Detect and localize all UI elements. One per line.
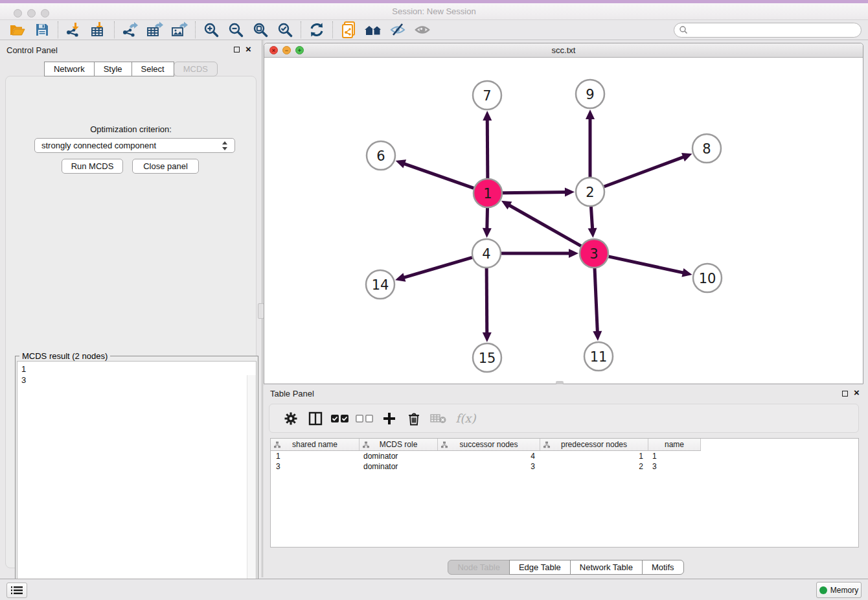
graph-node-label: 10 xyxy=(699,271,716,286)
table-cell[interactable]: dominator xyxy=(360,462,438,471)
edge-4-15[interactable] xyxy=(486,268,487,334)
zoom-fit-icon[interactable] xyxy=(248,20,273,40)
show-graphics-details-icon[interactable] xyxy=(410,20,435,40)
unselect-all-columns-icon[interactable] xyxy=(352,409,377,428)
table-row[interactable]: 3dominator323 xyxy=(271,461,858,472)
search-input[interactable] xyxy=(688,25,852,35)
node-table[interactable]: shared nameMCDS rolesuccessor nodesprede… xyxy=(270,438,859,548)
export-table-icon[interactable] xyxy=(143,20,167,40)
graph-node-label: 15 xyxy=(479,351,496,366)
edge-arrowhead xyxy=(569,249,578,258)
tab-edge-table[interactable]: Edge Table xyxy=(509,560,571,575)
network-window-titlebar: × − + scc.txt xyxy=(264,43,863,58)
hide-unhide-icon[interactable] xyxy=(385,20,410,40)
edge-1-7[interactable] xyxy=(487,119,488,178)
delete-columns-icon[interactable] xyxy=(402,409,426,428)
edge-arrowhead xyxy=(396,159,406,168)
tab-style[interactable]: Style xyxy=(94,62,132,76)
task-history-button[interactable] xyxy=(6,583,27,598)
table-cell[interactable]: 3 xyxy=(271,462,360,471)
tab-network-table[interactable]: Network Table xyxy=(570,560,643,575)
table-panel: Table Panel × f(x) xyxy=(264,386,868,577)
tab-network[interactable]: Network xyxy=(44,62,95,76)
clone-network-icon[interactable] xyxy=(336,20,361,40)
table-cell[interactable]: 3 xyxy=(648,462,701,471)
tab-mcds[interactable]: MCDS xyxy=(174,62,218,76)
edge-3-11[interactable] xyxy=(595,268,597,332)
tab-motifs[interactable]: Motifs xyxy=(642,560,684,575)
edge-3-10[interactable] xyxy=(608,257,683,273)
create-column-icon[interactable] xyxy=(377,409,402,428)
tab-select[interactable]: Select xyxy=(131,62,174,76)
table-cell[interactable]: 3 xyxy=(438,462,540,471)
edge-4-14[interactable] xyxy=(404,257,472,277)
zoom-in-icon[interactable] xyxy=(199,20,223,40)
table-cell[interactable]: 1 xyxy=(648,452,701,461)
column-header-shared-name[interactable]: shared name xyxy=(271,439,360,450)
horizontal-splitter-grip[interactable] xyxy=(556,381,564,384)
edge-3-1[interactable] xyxy=(508,205,581,246)
delete-table-icon[interactable] xyxy=(426,409,451,428)
zoom-out-icon[interactable] xyxy=(223,20,248,40)
network-graph[interactable]: 1234678910111415 xyxy=(265,58,862,384)
edge-1-6[interactable] xyxy=(404,163,474,188)
open-session-icon[interactable] xyxy=(5,20,30,40)
graph-node-label: 6 xyxy=(376,148,385,164)
edge-1-4[interactable] xyxy=(487,208,488,229)
tab-node-table[interactable]: Node Table xyxy=(448,560,510,575)
table-header-row: shared nameMCDS rolesuccessor nodesprede… xyxy=(271,439,701,451)
float-panel-icon[interactable] xyxy=(234,47,240,52)
close-table-panel-icon[interactable]: × xyxy=(854,387,860,398)
column-header-label: MCDS role xyxy=(380,440,418,449)
edge-2-3[interactable] xyxy=(591,207,592,229)
save-session-icon[interactable] xyxy=(30,20,54,40)
edge-1-2[interactable] xyxy=(503,192,566,192)
edge-arrowhead xyxy=(395,273,405,281)
function-builder-icon[interactable]: f(x) xyxy=(451,409,481,428)
edge-arrowhead xyxy=(483,332,492,342)
table-cell[interactable]: 1 xyxy=(271,452,360,461)
import-table-icon[interactable] xyxy=(86,20,111,40)
table-cell[interactable]: 1 xyxy=(540,452,648,461)
export-network-icon[interactable] xyxy=(118,20,143,40)
optimization-criterion-select[interactable]: strongly connected component xyxy=(34,138,235,153)
edge-arrowhead xyxy=(588,228,597,238)
mcds-result-box: MCDS result (2 nodes) 13 xyxy=(15,351,258,600)
import-network-icon[interactable] xyxy=(62,20,86,40)
show-column-icon[interactable] xyxy=(303,409,328,428)
export-image-icon[interactable] xyxy=(167,20,192,40)
column-header-MCDS-role[interactable]: MCDS role xyxy=(360,439,438,450)
table-cell[interactable]: 4 xyxy=(438,452,540,461)
column-header-successor-nodes[interactable]: successor nodes xyxy=(438,439,540,450)
graph-node-label: 1 xyxy=(483,186,492,202)
run-mcds-button[interactable]: Run MCDS xyxy=(62,159,123,174)
close-panel-button[interactable]: Close panel xyxy=(132,159,199,174)
mcds-scrollbar[interactable] xyxy=(247,375,256,600)
refresh-icon[interactable] xyxy=(304,20,329,40)
graph-node-label: 3 xyxy=(589,246,598,262)
table-options-icon[interactable] xyxy=(279,409,303,428)
float-table-panel-icon[interactable] xyxy=(842,391,848,397)
memory-status-icon xyxy=(819,586,827,594)
mcds-result-text[interactable]: 13 xyxy=(17,361,257,588)
table-panel-title: Table Panel xyxy=(270,389,314,398)
table-row[interactable]: 1dominator411 xyxy=(271,451,858,461)
graph-node-label: 4 xyxy=(482,246,490,262)
table-cell[interactable]: 2 xyxy=(540,462,648,471)
close-panel-icon[interactable]: × xyxy=(246,43,251,55)
graph-node-label: 8 xyxy=(702,141,711,157)
column-header-label: name xyxy=(665,440,684,449)
column-header-predecessor-nodes[interactable]: predecessor nodes xyxy=(540,439,648,450)
select-all-columns-icon[interactable] xyxy=(328,409,352,428)
edge-2-8[interactable] xyxy=(604,157,685,187)
optimization-criterion-label: Optimization criterion: xyxy=(6,124,256,134)
edge-arrowhead xyxy=(565,187,575,196)
zoom-selected-icon[interactable] xyxy=(273,20,297,40)
column-header-name[interactable]: name xyxy=(648,439,701,450)
graph-node-label: 14 xyxy=(372,277,389,293)
table-cell[interactable]: dominator xyxy=(360,452,438,461)
memory-button[interactable]: Memory xyxy=(816,582,862,598)
network-view-window: × − + scc.txt 1234678910111415 xyxy=(264,43,863,384)
search-box[interactable] xyxy=(674,23,862,38)
home-networks-icon[interactable] xyxy=(361,20,385,40)
